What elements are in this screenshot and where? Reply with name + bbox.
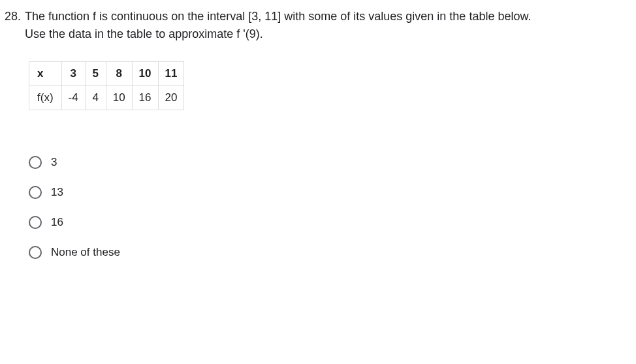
radio-icon: [29, 246, 42, 259]
question-body: The function f is continuous on the inte…: [25, 8, 623, 43]
radio-icon: [29, 186, 42, 199]
table-cell: 10: [106, 86, 132, 110]
option-label: 16: [51, 216, 63, 229]
option-label: 13: [51, 186, 63, 199]
question-container: 28. The function f is continuous on the …: [0, 0, 636, 259]
options-list: 3 13 16 None of these: [29, 156, 636, 259]
table-cell: 11: [158, 62, 184, 86]
option-label: None of these: [51, 246, 120, 259]
question-line-2: Use the data in the table to approximate…: [25, 27, 263, 40]
table-cell: 16: [132, 86, 158, 110]
table-cell: 8: [106, 62, 132, 86]
question-number: 28.: [0, 8, 25, 25]
question-line-1: The function f is continuous on the inte…: [25, 10, 531, 23]
table-cell: 4: [85, 86, 106, 110]
data-table: x 3 5 8 10 11 f(x) -4 4 10 16 20: [29, 61, 184, 110]
radio-icon: [29, 216, 42, 229]
table-header-x: x: [29, 62, 62, 86]
table-cell: 5: [85, 62, 106, 86]
table-cell: 3: [61, 62, 85, 86]
table-header-fx: f(x): [29, 86, 62, 110]
table-row: x 3 5 8 10 11: [29, 62, 184, 86]
option-2[interactable]: 13: [29, 186, 636, 199]
table-cell: -4: [61, 86, 85, 110]
table-cell: 10: [132, 62, 158, 86]
radio-icon: [29, 156, 42, 169]
table-cell: 20: [158, 86, 184, 110]
option-1[interactable]: 3: [29, 156, 636, 169]
table-row: f(x) -4 4 10 16 20: [29, 86, 184, 110]
option-label: 3: [51, 156, 57, 169]
option-4[interactable]: None of these: [29, 246, 636, 259]
question-text: 28. The function f is continuous on the …: [0, 0, 636, 43]
option-3[interactable]: 16: [29, 216, 636, 229]
